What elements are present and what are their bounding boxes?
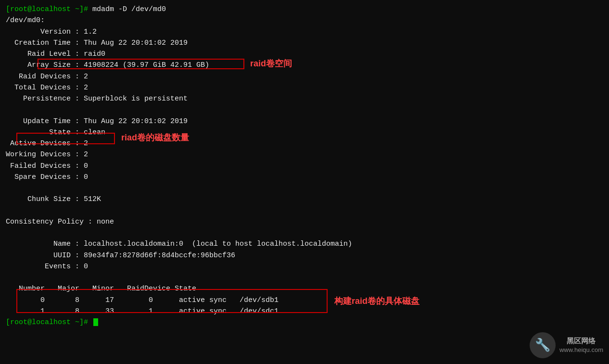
blank-4 [6, 227, 603, 238]
total-devices-line: Total Devices : 2 [6, 82, 603, 93]
failed-devices-line: Failed Devices : 0 [6, 161, 603, 172]
specific-disks-label: 构建raid卷的具体磁盘 [334, 295, 419, 307]
version-line: Version : 1.2 [6, 26, 603, 38]
working-devices-line: Working Devices : 2 [6, 149, 603, 160]
raid-level-line: Raid Level : raid0 [6, 49, 603, 60]
raid-space-label: raid卷空间 [250, 58, 292, 69]
watermark-icon: 🔧 [530, 332, 556, 358]
update-time-line: Update Time : Thu Aug 22 20:01:02 2019 [6, 116, 603, 127]
blank-2 [6, 183, 603, 194]
final-prompt-line: [root@localhost ~]# [6, 317, 603, 328]
chunk-size-line: Chunk Size : 512K [6, 194, 603, 205]
active-devices-line: Active Devices : 2 [6, 138, 603, 149]
persistence-line: Persistence : Superblock is persistent [6, 93, 603, 104]
disk-0-line: 0 8 17 0 active sync /dev/sdb1 [6, 295, 603, 306]
consistency-policy-line: Consistency Policy : none [6, 216, 603, 227]
watermark: 🔧 黑区网络 www.heiqu.com [530, 332, 603, 358]
blank-1 [6, 104, 603, 115]
blank-3 [6, 205, 603, 216]
raid-devices-line: Raid Devices : 2 [6, 71, 603, 82]
table-header: Number Major Minor RaidDevice State [6, 283, 603, 294]
creation-time-line: Creation Time : Thu Aug 22 20:01:02 2019 [6, 38, 603, 49]
array-size-line: Array Size : 41908224 (39.97 GiB 42.91 G… [6, 60, 603, 71]
spare-devices-line: Spare Devices : 0 [6, 172, 603, 183]
disk-count-label: riad卷的磁盘数量 [121, 132, 189, 143]
brand-url: www.heiqu.com [559, 346, 603, 354]
watermark-text: 黑区网络 www.heiqu.com [559, 336, 603, 354]
state-line: State : clean [6, 127, 603, 138]
disk-1-line: 1 8 33 1 active sync /dev/sdc1 [6, 306, 603, 317]
name-line: Name : localhost.localdomain:0 (local to… [6, 238, 603, 250]
blank-5 [6, 272, 603, 283]
brand-name: 黑区网络 [559, 336, 603, 346]
uuid-line: UUID : 89e34fa7:8278d66f:8d4bccfe:96bbcf… [6, 250, 603, 261]
md0-label: /dev/md0: [6, 15, 603, 26]
events-line: Events : 0 [6, 261, 603, 272]
terminal: [root@localhost ~]# mdadm -D /dev/md0 /d… [0, 0, 609, 364]
prompt-line: [root@localhost ~]# mdadm -D /dev/md0 [6, 4, 603, 15]
